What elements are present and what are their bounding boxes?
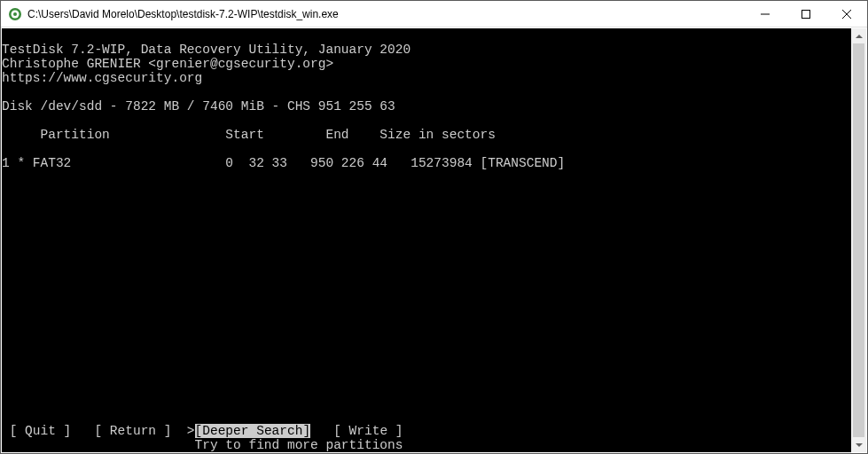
- partition-row[interactable]: 1 * FAT32 0 32 33 950 226 44 15273984 [T…: [2, 156, 565, 170]
- menu-item-return[interactable]: [ Return ]: [87, 424, 172, 438]
- app-url-line: https://www.cgsecurity.org: [2, 71, 202, 85]
- app-name-line: TestDisk 7.2-WIP, Data Recovery Utility,…: [2, 43, 411, 57]
- disk-info-line: Disk /dev/sdd - 7822 MB / 7460 MiB - CHS…: [2, 99, 395, 114]
- menu-hint: Try to find more partitions: [2, 438, 851, 452]
- scroll-thumb[interactable]: [853, 43, 864, 437]
- vertical-scrollbar[interactable]: [851, 28, 866, 452]
- svg-point-2: [13, 12, 17, 16]
- menu-item-quit[interactable]: [ Quit ]: [2, 424, 71, 438]
- close-button[interactable]: [826, 1, 867, 27]
- scroll-up-arrow[interactable]: [851, 28, 866, 43]
- content-area: TestDisk 7.2-WIP, Data Recovery Utility,…: [1, 27, 867, 453]
- menu-item-deeper-search[interactable]: [Deeper Search]: [195, 424, 311, 438]
- svg-rect-4: [802, 10, 810, 18]
- scroll-track[interactable]: [851, 43, 866, 437]
- svg-marker-8: [856, 443, 863, 447]
- menu-row: [ Quit ] [ Return ] >[Deeper Search] [ W…: [2, 424, 851, 438]
- minimize-button[interactable]: [745, 1, 786, 27]
- terminal[interactable]: TestDisk 7.2-WIP, Data Recovery Utility,…: [2, 28, 851, 452]
- app-icon: [8, 7, 22, 21]
- app-window: C:\Users\David Morelo\Desktop\testdisk-7…: [0, 0, 868, 454]
- menu-item-write[interactable]: [ Write ]: [326, 424, 403, 438]
- partition-table-header: Partition Start End Size in sectors: [2, 128, 496, 142]
- window-title: C:\Users\David Morelo\Desktop\testdisk-7…: [27, 8, 745, 20]
- window-controls: [745, 1, 867, 27]
- titlebar: C:\Users\David Morelo\Desktop\testdisk-7…: [1, 1, 867, 27]
- app-author-line: Christophe GRENIER <grenier@cgsecurity.o…: [2, 57, 333, 71]
- svg-marker-7: [856, 35, 863, 38]
- scroll-down-arrow[interactable]: [851, 437, 866, 452]
- menu-area: [ Quit ] [ Return ] >[Deeper Search] [ W…: [2, 424, 851, 452]
- maximize-button[interactable]: [786, 1, 826, 27]
